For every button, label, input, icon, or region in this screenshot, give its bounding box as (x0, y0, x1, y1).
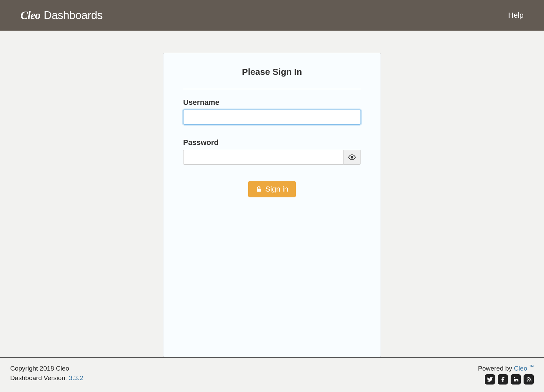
rss-icon (526, 376, 532, 382)
powered-prefix: Powered by (478, 365, 514, 372)
social-icons (478, 374, 534, 385)
brand-cleo: Cleo (20, 9, 40, 22)
signin-title: Please Sign In (183, 67, 361, 77)
lock-icon (256, 186, 262, 193)
svg-point-0 (351, 156, 353, 158)
footer-right: Powered by Cleo ™ (478, 364, 534, 385)
footer-left: Copyright 2018 Cleo Dashboard Version: 3… (10, 364, 83, 383)
linkedin-icon (513, 376, 519, 382)
header: Cleo Dashboards Help (0, 0, 544, 31)
divider (183, 89, 361, 89)
version-text: Dashboard Version: 3.3.2 (10, 373, 83, 383)
version-link[interactable]: 3.3.2 (69, 374, 83, 381)
password-input[interactable] (183, 150, 343, 165)
signin-button-label: Sign in (265, 185, 288, 194)
password-label: Password (183, 138, 361, 147)
linkedin-link[interactable] (511, 374, 521, 385)
toggle-password-visibility[interactable] (343, 150, 361, 165)
version-label: Dashboard Version: (10, 374, 69, 381)
password-input-group (183, 150, 361, 165)
twitter-icon (487, 376, 493, 382)
powered-brand-link[interactable]: Cleo ™ (514, 365, 534, 372)
svg-rect-1 (257, 189, 261, 192)
username-input[interactable] (183, 110, 361, 125)
powered-by: Powered by Cleo ™ (478, 364, 534, 372)
signin-panel: Please Sign In Username Password (163, 53, 381, 357)
signin-button-wrap: Sign in (183, 181, 361, 197)
username-label: Username (183, 98, 361, 107)
main: Please Sign In Username Password (0, 31, 544, 357)
eye-icon (348, 153, 356, 161)
copyright-text: Copyright 2018 Cleo (10, 364, 83, 374)
help-link[interactable]: Help (508, 11, 524, 20)
username-group: Username (183, 98, 361, 125)
facebook-icon (500, 376, 506, 382)
twitter-link[interactable] (485, 374, 495, 385)
password-group: Password (183, 138, 361, 165)
svg-point-2 (527, 380, 528, 382)
rss-link[interactable] (524, 374, 534, 385)
signin-button[interactable]: Sign in (248, 181, 295, 197)
footer: Copyright 2018 Cleo Dashboard Version: 3… (0, 357, 544, 392)
brand-dashboards: Dashboards (44, 9, 102, 22)
trademark: ™ (529, 364, 534, 369)
brand: Cleo Dashboards (20, 9, 102, 22)
facebook-link[interactable] (498, 374, 508, 385)
